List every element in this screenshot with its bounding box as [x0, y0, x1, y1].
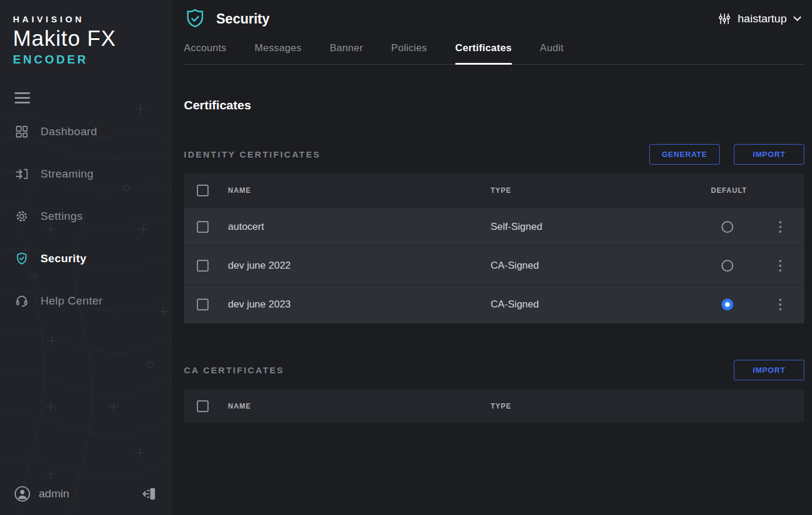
- sidebar-item-streaming[interactable]: Streaming: [0, 153, 172, 195]
- kebab-menu-icon[interactable]: [777, 296, 784, 313]
- tab-banner[interactable]: Banner: [330, 42, 363, 65]
- sidebar-item-label: Security: [41, 252, 86, 265]
- tab-accounts[interactable]: Accounts: [184, 42, 226, 65]
- generate-button[interactable]: GENERATE: [649, 144, 720, 165]
- chevron-down-icon: [793, 15, 802, 22]
- brand-company: HAIVISION: [13, 14, 172, 24]
- row-checkbox[interactable]: [197, 260, 209, 272]
- sidebar-item-help-center[interactable]: Help Center: [0, 280, 172, 322]
- column-header-type: TYPE: [491, 402, 711, 410]
- brand-device: ENCODER: [13, 53, 172, 66]
- default-radio[interactable]: [722, 221, 733, 233]
- select-all-checkbox[interactable]: [197, 185, 209, 196]
- sidebar-item-dashboard[interactable]: Dashboard: [0, 111, 172, 153]
- cert-type: Self-Signed: [491, 221, 711, 233]
- headset-icon: [15, 294, 29, 308]
- logged-in-user: admin: [39, 487, 69, 500]
- cert-name[interactable]: autocert: [228, 221, 491, 233]
- table-row: dev june 2022 CA-Signed: [184, 246, 804, 285]
- default-radio[interactable]: [722, 299, 733, 310]
- row-checkbox[interactable]: [197, 299, 209, 310]
- main-content: Security haistartup Accounts Messages Ba…: [172, 0, 812, 515]
- column-header-type: TYPE: [491, 186, 711, 195]
- brand-product: Makito FX: [13, 26, 172, 51]
- dashboard-icon: [15, 125, 29, 139]
- tab-messages[interactable]: Messages: [254, 42, 301, 65]
- ca-section-heading: CA CERTIFICATES: [184, 365, 284, 375]
- default-radio[interactable]: [722, 260, 733, 272]
- select-all-checkbox[interactable]: [197, 400, 209, 412]
- sidebar-item-label: Dashboard: [41, 125, 98, 138]
- column-header-default: DEFAULT: [711, 186, 776, 195]
- gear-icon: [15, 209, 29, 223]
- table-row: autocert Self-Signed: [184, 207, 804, 246]
- account-name: haistartup: [738, 12, 787, 25]
- ca-import-button[interactable]: IMPORT: [734, 360, 804, 380]
- streaming-icon: [15, 167, 29, 181]
- cert-type: CA-Signed: [491, 299, 711, 310]
- sidebar: HAIVISION Makito FX ENCODER Dashboard: [0, 0, 172, 515]
- identity-certificates-table: NAME TYPE DEFAULT autocert Self-Signed d…: [184, 173, 804, 323]
- ca-table-header: NAME TYPE: [184, 389, 804, 423]
- kebab-menu-icon[interactable]: [777, 258, 784, 274]
- identity-section-header: IDENTITY CERTIFICATES GENERATE IMPORT: [184, 144, 804, 165]
- tab-certificates[interactable]: Certificates: [455, 42, 512, 65]
- tab-audit[interactable]: Audit: [540, 42, 563, 65]
- page-header: Security haistartup: [184, 0, 804, 29]
- shield-check-icon: [184, 7, 206, 31]
- sidebar-user-bar: admin: [0, 486, 172, 515]
- brand-logo: HAIVISION Makito FX ENCODER: [0, 0, 172, 66]
- identity-table-header: NAME TYPE DEFAULT: [184, 173, 804, 207]
- shield-check-icon: [15, 252, 29, 266]
- column-header-name: NAME: [228, 186, 491, 195]
- page-title: Certificates: [184, 98, 804, 112]
- security-tabbar: Accounts Messages Banner Policies Certif…: [184, 42, 804, 65]
- sidebar-item-label: Settings: [41, 210, 83, 223]
- kebab-menu-icon[interactable]: [777, 219, 784, 235]
- user-avatar-icon: [14, 486, 31, 502]
- page-header-title: Security: [216, 11, 270, 27]
- ca-section-header: CA CERTIFICATES IMPORT: [184, 360, 804, 380]
- logout-icon[interactable]: [142, 486, 157, 502]
- sidebar-item-security[interactable]: Security: [0, 238, 172, 280]
- sidebar-item-label: Streaming: [41, 168, 93, 180]
- sliders-icon: [718, 12, 731, 26]
- ca-certificates-table: NAME TYPE: [184, 389, 804, 423]
- sidebar-item-settings[interactable]: Settings: [0, 195, 172, 238]
- column-header-name: NAME: [228, 402, 491, 410]
- identity-import-button[interactable]: IMPORT: [734, 144, 804, 165]
- tab-policies[interactable]: Policies: [391, 42, 427, 65]
- table-row: dev june 2023 CA-Signed: [184, 285, 804, 323]
- sidebar-item-label: Help Center: [41, 295, 103, 307]
- row-checkbox[interactable]: [197, 221, 209, 233]
- cert-name[interactable]: dev june 2022: [228, 260, 491, 272]
- account-menu[interactable]: haistartup: [718, 12, 804, 26]
- hamburger-icon[interactable]: [15, 92, 30, 103]
- cert-name[interactable]: dev june 2023: [228, 299, 491, 310]
- identity-section-heading: IDENTITY CERTIFICATES: [184, 149, 321, 159]
- cert-type: CA-Signed: [491, 260, 711, 272]
- sidebar-nav: Dashboard Streaming Settings: [0, 111, 172, 322]
